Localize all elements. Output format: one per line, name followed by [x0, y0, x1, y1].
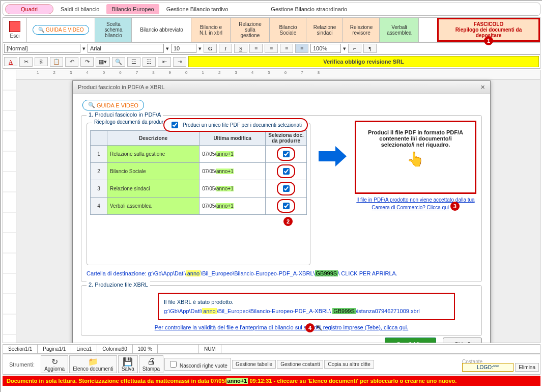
- tab-europeo[interactable]: Bilancio Europeo: [106, 4, 159, 14]
- ribbon-rel-gestione[interactable]: Relazione sulla gestione: [231, 18, 270, 42]
- list-button[interactable]: ☲: [127, 57, 140, 67]
- single-pdf-checkbox-group[interactable]: Produci un unico file PDF per i document…: [163, 118, 308, 132]
- editor-area: 123456789012345678 Produci fascicolo in …: [3, 70, 540, 343]
- verify-banner[interactable]: Verifica obbligo revisione SRL: [188, 56, 539, 67]
- tools-label: Strumenti:: [4, 361, 40, 368]
- tool-elimina[interactable]: Elimina: [515, 363, 539, 372]
- row-desc: Verbali assemblea: [107, 198, 199, 215]
- numlist-button[interactable]: ☷: [142, 57, 156, 67]
- dialog-title: Produci fascicolo in PDF/A e XBRL: [78, 84, 165, 91]
- dialog-guide-button[interactable]: 🔍GUIDA E VIDEO: [82, 100, 144, 110]
- align-right-button[interactable]: ≡: [280, 44, 293, 53]
- exit-label: Esci: [7, 33, 22, 39]
- underline-button[interactable]: S: [234, 44, 247, 53]
- ribbon-bil-sociale[interactable]: Bilancio Sociale: [270, 18, 306, 42]
- row-num: 2: [91, 163, 107, 180]
- ribbon-rel-revisore[interactable]: Relazione revisore: [343, 18, 380, 42]
- style-select[interactable]: [Normal]: [4, 44, 80, 53]
- italic-button[interactable]: I: [219, 44, 232, 53]
- outdent-button[interactable]: ⇤: [158, 57, 171, 67]
- status-linea: Linea1: [71, 345, 97, 353]
- tool-stampa[interactable]: 🖨Stampa: [139, 355, 163, 373]
- col-sel: Seleziona doc. da produrre: [266, 131, 307, 146]
- status-num: NUM: [199, 345, 221, 353]
- ruler-icon[interactable]: ⌐: [348, 44, 361, 53]
- paste-button[interactable]: 📋: [50, 57, 63, 67]
- cursor-icon: ↖: [316, 322, 323, 333]
- tab-straord[interactable]: Gestione Bilancio straordinario: [266, 4, 352, 14]
- tool-salva[interactable]: 💾Salva: [118, 355, 138, 373]
- tab-tardivo[interactable]: Gestione Bilancio tardivo: [161, 4, 234, 14]
- tool-aggiorna[interactable]: ↻Aggiorna: [41, 355, 68, 373]
- row-desc: Relazione sulla gestione: [107, 146, 199, 163]
- align-left-button[interactable]: ≡: [249, 44, 263, 53]
- close-icon[interactable]: ✕: [480, 84, 485, 91]
- section-1-pdfa: 1. Produci fascicolo in PDF/A Riepilogo …: [81, 115, 482, 282]
- tool-gest-tabelle[interactable]: Gestione tabelle: [232, 360, 276, 369]
- ribbon-verbali[interactable]: Verbali assemblea: [380, 18, 419, 42]
- status-colonna: Colonna60: [97, 345, 132, 353]
- tool-nascondi[interactable]: Nascondi righe vuote: [164, 358, 231, 371]
- chiudi-button[interactable]: Chiudi: [443, 338, 482, 343]
- pilcrow-button[interactable]: ¶: [363, 44, 377, 53]
- costante-box: Costante LOGO:*** Elimina: [462, 359, 539, 370]
- produce-pdf-button[interactable]: Produci il file PDF in formato PDF/A con…: [355, 121, 476, 194]
- validate-xbrl-link[interactable]: Per controllare la validità del file e l…: [155, 324, 409, 330]
- format-bar-1: [Normal]▾ Arial▾ 10▾ G I S ≡ ≡ ≡ ≡ 100%▾…: [3, 42, 540, 54]
- magnifier-icon: 🔍: [38, 27, 44, 33]
- hide-rows-checkbox[interactable]: [170, 361, 177, 368]
- bold-button[interactable]: G: [204, 44, 217, 53]
- readonly-warning-bar: Documento in sola lettura. Storicizzazio…: [3, 376, 540, 386]
- zoom-select[interactable]: 100%: [310, 44, 341, 53]
- row-select-checkbox[interactable]: [283, 185, 290, 192]
- ribbon-ni-xbrl[interactable]: Bilancio e N.I. in xbrl: [191, 18, 231, 42]
- guide-label: GUIDA E VIDEO: [46, 27, 83, 33]
- row-select-checkbox[interactable]: [283, 168, 290, 175]
- align-center-button[interactable]: ≡: [265, 44, 278, 53]
- row-select-checkbox[interactable]: [283, 203, 290, 209]
- single-pdf-checkbox[interactable]: [172, 122, 178, 128]
- row-desc: Bilancio Sociale: [107, 163, 199, 180]
- format-bar-2: A ✂ ⎘ 📋 ↶ ↷ ▦▾ 🔍 ☲ ☷ ⇤ ⇥ Verifica obblig…: [3, 54, 540, 69]
- align-justify-button[interactable]: ≡: [295, 44, 308, 53]
- copy-button[interactable]: ⎘: [35, 57, 48, 66]
- ribbon-abbreviato[interactable]: Bilancio abbreviato: [132, 18, 191, 42]
- ribbon-fascicolo[interactable]: FASCICOLO Riepilogo dei documenti da dep…: [437, 18, 540, 42]
- ribbon-rel-sindaci[interactable]: Relazione sindaci: [306, 18, 343, 42]
- tool-elenco[interactable]: 📁Elenco documenti: [69, 355, 117, 373]
- magnifier-icon: 🔍: [88, 102, 95, 108]
- undo-button[interactable]: ↶: [65, 57, 78, 67]
- documents-table: DescrizioneUltima modificaSeleziona doc.…: [90, 130, 307, 215]
- row-date: 07/05/anno+1: [199, 146, 266, 163]
- table-button[interactable]: ▦▾: [96, 57, 110, 67]
- redo-button[interactable]: ↷: [80, 57, 94, 67]
- exit-button[interactable]: Esci: [3, 18, 27, 42]
- condividi-button[interactable]: Condividi <: [385, 338, 436, 343]
- tab-quadri[interactable]: Quadri: [5, 4, 53, 14]
- font-color-button[interactable]: A: [4, 57, 17, 66]
- row-select-checkbox[interactable]: [283, 151, 290, 157]
- find-button[interactable]: 🔍: [112, 57, 125, 67]
- fontsize-select[interactable]: 10: [171, 44, 196, 53]
- badge-2: 2: [283, 217, 293, 226]
- tab-saldi[interactable]: Saldi di bilancio: [55, 4, 104, 14]
- row-date: 07/05/anno+1: [199, 198, 266, 215]
- row-num: 1: [91, 146, 107, 163]
- row-num: 3: [91, 180, 107, 198]
- costante-value[interactable]: LOGO:***: [462, 363, 514, 372]
- tool-copia[interactable]: Copia su altre ditte: [324, 360, 374, 369]
- status-section: Section1/1: [3, 345, 38, 353]
- row-date: 07/05/anno+1: [199, 163, 266, 180]
- font-select[interactable]: Arial: [88, 44, 164, 53]
- guide-video-button[interactable]: 🔍GUIDA E VIDEO: [33, 25, 89, 35]
- cut-button[interactable]: ✂: [19, 57, 33, 67]
- tool-gest-costanti[interactable]: Gestione costanti: [277, 360, 323, 369]
- badge-3: 3: [450, 202, 460, 211]
- exit-icon: [9, 21, 20, 32]
- cartella-path[interactable]: Cartella di destinazione: g:\Gb\App\Dati…: [87, 270, 476, 276]
- ribbon-scelta[interactable]: Scelta schema bilancio: [95, 18, 132, 42]
- table-row: 4Verbali assemblea07/05/anno+1: [91, 198, 307, 215]
- produce-pdf-label: Produci il file PDF in formato PDF/A con…: [368, 129, 463, 148]
- xbrl-path[interactable]: g:\Gb\App\Dati\anno\Bil_Europeo\Bilancio…: [164, 308, 449, 314]
- indent-button[interactable]: ⇥: [173, 57, 186, 67]
